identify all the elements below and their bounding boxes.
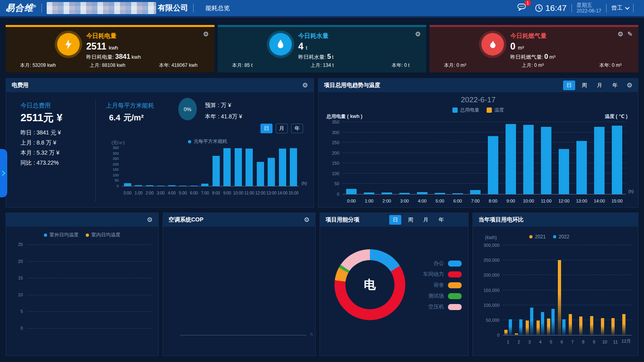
gear-icon[interactable]: ⚙	[304, 217, 310, 223]
date-display: 星期五 2022-06-17	[577, 2, 601, 14]
message-button[interactable]: 1	[517, 3, 526, 13]
bar	[594, 127, 605, 194]
legend-label: 温度	[494, 107, 504, 114]
bar	[417, 192, 427, 194]
edit-icon[interactable]: ✎	[627, 31, 633, 37]
bar-2021	[504, 330, 508, 335]
divider	[193, 4, 194, 12]
list-item: 本月: 0 m³	[444, 62, 466, 69]
chevron-down-icon	[625, 5, 630, 10]
bar-2021	[569, 314, 572, 335]
tab-月[interactable]: 月	[276, 124, 288, 133]
panel-title: 空调系统COP	[169, 216, 203, 223]
legend-label: 车间动力	[423, 271, 444, 278]
lightning-icon	[57, 33, 80, 56]
app-logo: 易合维®	[6, 2, 37, 14]
bar	[576, 141, 587, 194]
company-name-redacted	[47, 2, 156, 14]
user-menu[interactable]: 曾工	[611, 4, 628, 12]
donut-center-label: 电	[345, 260, 394, 309]
gear-icon[interactable]: ⚙	[617, 31, 623, 37]
divider	[633, 4, 634, 12]
tab-周[interactable]: 周	[405, 215, 417, 225]
bar	[452, 193, 463, 194]
bar	[382, 192, 392, 194]
legend-label: 测试场	[428, 292, 444, 300]
gear-icon[interactable]: ⚙	[627, 82, 632, 89]
bar	[470, 190, 481, 194]
bar-2022	[530, 308, 533, 335]
gear-icon[interactable]: ⚙	[415, 31, 421, 37]
bar	[559, 149, 569, 194]
today-cost-value: 2511元 ¥	[21, 111, 62, 125]
list-item: 本年: 418067 kwh	[159, 62, 197, 69]
panel-energy-split: 项目用能分项 日周月年 电 办公车间动力宿舍测试场空压机	[320, 213, 469, 356]
energy-donut-chart: 电	[334, 249, 405, 320]
droplet-icon	[269, 33, 292, 56]
tab-月[interactable]: 月	[420, 215, 432, 225]
temperature-chart: 2520151050	[27, 244, 151, 328]
kpi-value: 4t	[298, 41, 375, 52]
legend-item: 宿舍	[433, 281, 462, 289]
legend-marker	[448, 282, 462, 288]
chart-title: 2022-6-17	[318, 95, 638, 104]
clock-icon	[535, 4, 543, 12]
kpi-card-gas: ⚙ ✎ 今日耗燃气量 0m³ 昨日耗燃气量:0m³ 本月: 0 m³上月: 0 …	[429, 25, 638, 72]
bar	[399, 193, 410, 194]
legend-marker	[448, 293, 462, 299]
tab-年[interactable]: 年	[435, 215, 447, 225]
kpi-card-electricity: ⚙ 今日耗电量 2511kwh 昨日耗电量:3841kwh 本月: 53209 …	[6, 25, 215, 72]
bar	[146, 185, 153, 186]
x-axis-line	[180, 335, 306, 335]
kpi-card-water: ⚙ 今日耗水量 4t 昨日耗水量:5t 本月: 85 t上月: 134 t本年:…	[218, 25, 427, 72]
side-drawer-handle[interactable]	[0, 149, 7, 197]
kpi-value: 0m³	[510, 41, 587, 52]
bar-2022	[541, 312, 544, 335]
legend-item: 温度	[487, 107, 504, 114]
legend-label: 空压机	[428, 303, 444, 310]
list-item: 本年: 0 t	[392, 62, 409, 69]
legend-marker	[448, 261, 462, 267]
bar	[235, 148, 242, 186]
legend-label: 办公	[433, 260, 444, 267]
chart-legend: 总用电量温度	[318, 107, 638, 114]
kpi-stats: 本月: 0 m³上月: 0 m³本年: 0 m³	[429, 62, 638, 69]
bar	[279, 149, 286, 186]
y-axis-label: (kwh)	[485, 235, 497, 240]
top-navbar: 易合维® 有限公司 能耗总览 1 16:47 星期五 2022-06-17 曾工	[0, 0, 644, 18]
cost-detail-rows: 昨日 : 3841 元 ¥上月 : 8.8 万 ¥本月 : 5.32 万 ¥同比…	[21, 129, 61, 170]
tab-日[interactable]: 日	[389, 215, 401, 225]
menu-item-energy-overview[interactable]: 能耗总览	[206, 4, 230, 12]
gear-icon[interactable]: ⚙	[147, 217, 153, 223]
kpi-value: 2511kwh	[86, 41, 163, 52]
tab-日[interactable]: 日	[563, 81, 575, 90]
panel-title: 项目总用电趋势与温度	[324, 82, 380, 89]
bar-2022	[551, 309, 555, 335]
sqm-cost-label: 上月每平方米能耗	[106, 102, 154, 110]
clock-time: 16:47	[545, 3, 567, 13]
y-axis-label: 总用电量 ( kwh )	[326, 113, 362, 120]
tab-周[interactable]: 周	[578, 81, 590, 90]
divider	[572, 4, 572, 12]
bar	[435, 193, 445, 194]
legend-item: 2022	[553, 234, 570, 240]
legend-item: 车间动力	[423, 271, 462, 278]
tab-年[interactable]: 年	[291, 124, 303, 133]
list-item: 本月: 85 t	[232, 62, 253, 69]
list-item: 上月: 88108 kwh	[90, 62, 126, 69]
legend-label: 宿舍	[433, 281, 444, 289]
tab-年[interactable]: 年	[609, 81, 621, 90]
bar	[135, 185, 142, 186]
panel-electricity-cost: 电费用 ⚙ 今日总费用 2511元 ¥ 昨日 : 3841 元 ¥上月 : 8.…	[6, 78, 314, 208]
monthly-bar-chart: 050,000100,000150,000200,000250,000300,0…	[477, 245, 632, 344]
gear-icon[interactable]: ⚙	[302, 82, 308, 89]
tab-月[interactable]: 月	[594, 81, 606, 90]
bar-2021	[622, 314, 625, 335]
gear-icon[interactable]: ⚙	[203, 31, 208, 37]
bar	[124, 183, 131, 186]
period-tabs: 日月年	[260, 124, 303, 133]
bar-2021	[601, 318, 604, 335]
divider	[41, 4, 42, 12]
bar-2022	[562, 319, 566, 335]
tab-日[interactable]: 日	[260, 124, 272, 133]
